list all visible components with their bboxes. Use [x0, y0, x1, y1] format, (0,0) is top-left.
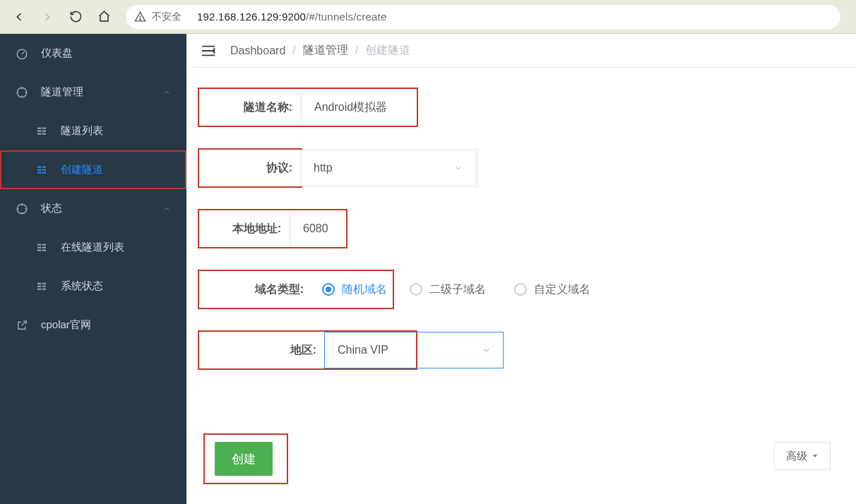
sidebar-item-tunnel-list[interactable]: 隧道列表 [0, 112, 186, 150]
svg-rect-22 [37, 282, 41, 284]
insecure-label: 不安全 [152, 11, 182, 23]
chevron-down-icon [482, 345, 492, 355]
sidebar-item-label: 仪表盘 [41, 47, 73, 60]
svg-rect-21 [42, 249, 46, 251]
svg-rect-11 [37, 169, 41, 170]
create-tunnel-form: 隧道名称: Android模拟器 协议: http 本 [186, 68, 856, 504]
svg-rect-19 [42, 246, 46, 248]
local-address-label: 本地地址: [212, 210, 290, 247]
svg-rect-26 [37, 288, 41, 289]
insecure-icon [134, 11, 146, 23]
svg-rect-13 [37, 172, 41, 173]
svg-rect-20 [37, 249, 41, 251]
nav-forward-button[interactable] [35, 5, 59, 29]
radio-icon [410, 283, 422, 296]
caret-down-icon [812, 452, 819, 460]
grid-icon [35, 164, 48, 176]
region-select-left[interactable]: China VIP [324, 332, 416, 368]
address-bar[interactable]: 不安全 192.168.126.129:9200/#/tunnels/creat… [126, 5, 840, 29]
advanced-label: 高级 [786, 450, 807, 463]
tunnel-name-input[interactable]: Android模拟器 [301, 89, 417, 126]
url-text: 192.168.126.129:9200/#/tunnels/create [197, 11, 386, 23]
radio-subdomain[interactable]: 二级子域名 [410, 282, 486, 297]
nav-back-button[interactable] [7, 5, 31, 29]
sidebar-item-label: 创建隧道 [61, 163, 103, 176]
external-link-icon [16, 319, 28, 332]
chevron-up-icon [162, 88, 171, 97]
create-button[interactable]: 创建 [215, 442, 273, 476]
svg-rect-5 [37, 130, 41, 131]
sidebar-item-cpolar-site[interactable]: cpolar官网 [0, 306, 186, 344]
sidebar-item-status[interactable]: 状态 [0, 189, 186, 228]
svg-rect-24 [37, 285, 41, 287]
radio-random-domain[interactable]: 随机域名 [322, 282, 387, 297]
sidebar: 仪表盘 隧道管理 隧道列表 创建隧道 [0, 34, 186, 504]
sidebar-item-label: 状态 [41, 202, 62, 215]
radio-label: 自定义域名 [534, 282, 590, 297]
breadcrumb: Dashboard / 隧道管理 / 创建隧道 [230, 43, 410, 58]
radio-icon [322, 283, 335, 296]
svg-rect-14 [42, 172, 46, 173]
protocol-label: 协议: [244, 150, 301, 186]
region-select-right[interactable] [416, 332, 504, 368]
svg-rect-18 [37, 246, 41, 248]
sidebar-item-system-status[interactable]: 系统状态 [0, 267, 186, 306]
nav-reload-button[interactable] [64, 5, 88, 29]
sidebar-item-label: 隧道列表 [61, 124, 103, 138]
menu-toggle-icon[interactable] [201, 44, 216, 57]
breadcrumb-root[interactable]: Dashboard [230, 44, 285, 57]
content-area: Dashboard / 隧道管理 / 创建隧道 隧道名称: Android模拟器… [186, 34, 856, 504]
sidebar-item-dashboard[interactable]: 仪表盘 [0, 34, 186, 73]
browser-toolbar: 不安全 192.168.126.129:9200/#/tunnels/creat… [0, 0, 856, 34]
breadcrumb-sep: / [355, 44, 358, 57]
chevron-up-icon [162, 205, 171, 213]
svg-rect-8 [42, 133, 46, 134]
svg-rect-4 [42, 127, 46, 128]
svg-rect-6 [42, 130, 46, 131]
breadcrumb-sep: / [292, 44, 295, 57]
radio-icon [514, 283, 527, 296]
svg-rect-9 [37, 166, 41, 167]
svg-rect-25 [42, 285, 46, 287]
breadcrumb-mid[interactable]: 隧道管理 [303, 43, 348, 58]
breadcrumb-current: 创建隧道 [365, 43, 410, 58]
protocol-value: http [314, 162, 333, 174]
sidebar-item-label: 隧道管理 [41, 85, 83, 99]
grid-icon [35, 125, 48, 138]
svg-rect-17 [42, 244, 46, 245]
sidebar-item-create-tunnel[interactable]: 创建隧道 [0, 150, 186, 189]
svg-rect-10 [42, 166, 46, 167]
svg-rect-12 [42, 169, 46, 170]
sidebar-item-label: 在线隧道列表 [61, 241, 124, 254]
sidebar-item-tunnel-mgmt[interactable]: 隧道管理 [0, 73, 186, 112]
create-button-highlight: 创建 [205, 435, 287, 483]
grid-icon [35, 280, 48, 293]
svg-point-0 [140, 19, 141, 20]
svg-rect-16 [37, 244, 41, 245]
advanced-button[interactable]: 高级 [774, 442, 831, 470]
grid-icon [35, 241, 48, 254]
svg-rect-7 [37, 133, 41, 134]
svg-rect-3 [37, 127, 41, 128]
region-label: 地区: [254, 332, 325, 368]
radio-label: 二级子域名 [429, 282, 486, 297]
svg-rect-27 [42, 288, 46, 289]
domain-type-label: 域名类型: [244, 271, 312, 308]
tunnel-name-label: 隧道名称: [223, 89, 301, 126]
sidebar-item-label: 系统状态 [61, 280, 103, 293]
protocol-select[interactable]: http [300, 150, 477, 186]
navigate-icon [16, 86, 28, 99]
radio-custom-domain[interactable]: 自定义域名 [514, 282, 590, 297]
topbar: Dashboard / 隧道管理 / 创建隧道 [186, 34, 856, 68]
nav-home-button[interactable] [92, 5, 116, 29]
chevron-down-icon [453, 163, 463, 173]
sidebar-item-online-tunnels[interactable]: 在线隧道列表 [0, 228, 186, 267]
radio-label: 随机域名 [342, 282, 387, 297]
navigate-icon [16, 203, 28, 215]
gauge-icon [16, 47, 28, 60]
svg-rect-23 [42, 282, 46, 284]
sidebar-item-label: cpolar官网 [41, 318, 91, 332]
local-address-input[interactable]: 6080 [290, 210, 346, 247]
